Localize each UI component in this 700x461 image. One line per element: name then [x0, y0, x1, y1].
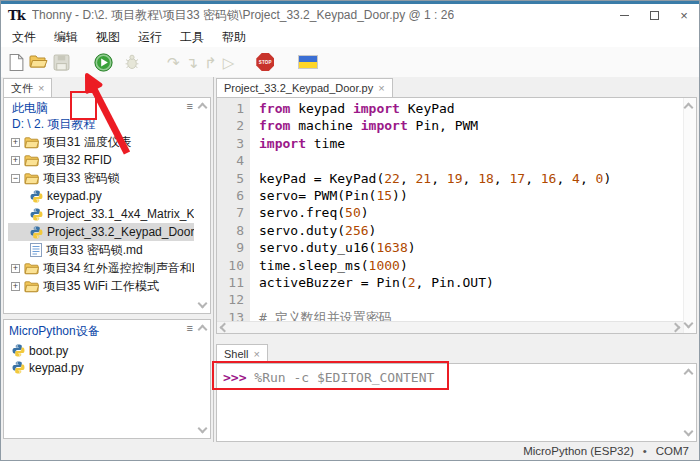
- menu-item-tools[interactable]: 工具: [171, 27, 213, 48]
- line-number: 11: [217, 274, 244, 291]
- tree-item[interactable]: keypad.py: [8, 187, 194, 205]
- tree-item-label: 项目31 温度仪表: [43, 134, 132, 151]
- tree-item[interactable]: 项目33 密码锁.md: [8, 241, 194, 259]
- line-number: 6: [217, 187, 244, 204]
- tree-item[interactable]: +项目35 WiFi 工作模式: [8, 277, 194, 295]
- tree-item[interactable]: +项目34 红外遥控控制声音和LED: [8, 259, 194, 277]
- tab-shell[interactable]: Shell ×: [216, 344, 268, 363]
- folder-icon: [24, 262, 39, 275]
- line-number: 12: [217, 291, 244, 308]
- tab-files-label: 文件: [11, 81, 33, 96]
- files-menu-icon[interactable]: ≡: [187, 101, 193, 112]
- menu-item-view[interactable]: 视图: [87, 27, 129, 48]
- tree-item-label: 项目33 密码锁.md: [46, 242, 143, 259]
- files-panel: 此电脑D: \ 2. 项目教程+项目31 温度仪表+项目32 RFID−项目33…: [3, 97, 211, 314]
- step-over-button-disabled: ↷: [167, 55, 180, 70]
- code-editor[interactable]: 12345678910111213 from keypad import Key…: [216, 97, 697, 334]
- tab-files-close-icon[interactable]: ×: [38, 83, 44, 94]
- files-tabstrip: 文件 ×: [1, 77, 213, 97]
- editor-tabstrip: Project_33.2_Keypad_Door.py ×: [214, 77, 699, 97]
- shell-scroll-down-icon[interactable]: [684, 427, 694, 437]
- code-line: [259, 152, 683, 169]
- ukraine-flag-icon: [298, 55, 318, 69]
- device-file-item[interactable]: boot.py: [4, 342, 210, 359]
- tree-item-label: 项目34 红外遥控控制声音和LED: [43, 260, 194, 277]
- tab-shell-close-icon[interactable]: ×: [253, 349, 259, 360]
- minimize-button[interactable]: [609, 4, 639, 27]
- markdown-icon: [30, 243, 42, 257]
- python-icon: [30, 208, 43, 221]
- editor-scroll-down-icon[interactable]: [684, 319, 694, 329]
- open-folder-icon: [29, 54, 48, 70]
- status-bar: MicroPython (ESP32) • COM7: [1, 442, 699, 460]
- editor-shell-gap: [214, 334, 699, 344]
- new-file-button[interactable]: [9, 54, 24, 71]
- main-area: 文件 × 此电脑D: \ 2. 项目教程+项目31 温度仪表+项目32 RFID…: [1, 77, 699, 442]
- tab-files[interactable]: 文件 ×: [3, 78, 52, 97]
- tree-expander-icon[interactable]: +: [11, 264, 20, 273]
- run-script-button[interactable]: [94, 53, 113, 72]
- tree-expander-icon[interactable]: +: [11, 282, 20, 291]
- tree-item[interactable]: −项目33 密码锁: [8, 169, 194, 187]
- stop-restart-button[interactable]: STOP: [256, 53, 274, 71]
- shell-command: %Run -c $EDITOR_CONTENT: [254, 370, 434, 385]
- new-file-icon: [9, 54, 24, 71]
- device-file-item[interactable]: keypad.py: [4, 359, 210, 376]
- editor-vertical-scrollbar[interactable]: [683, 98, 696, 333]
- file-tree: 此电脑D: \ 2. 项目教程+项目31 温度仪表+项目32 RFID−项目33…: [4, 98, 210, 295]
- status-port[interactable]: COM7: [656, 445, 689, 457]
- minimize-icon: [620, 15, 629, 16]
- status-separator: •: [643, 445, 647, 457]
- code-line: keyPad = KeyPad(22, 21, 19, 18, 17, 16, …: [259, 170, 683, 187]
- tree-item-label: Project_33.1_4x4_Matrix_Ke: [47, 207, 194, 221]
- code-area[interactable]: from keypad import KeyPadfrom machine im…: [250, 98, 683, 333]
- files-scroll-down-icon[interactable]: [198, 299, 208, 309]
- maximize-icon: [650, 11, 659, 20]
- code-line: from machine import Pin, PWM: [259, 117, 683, 134]
- code-line: servo.freq(50): [259, 204, 683, 221]
- line-number: 9: [217, 239, 244, 256]
- editor-scroll-left-icon[interactable]: [220, 323, 230, 333]
- menu-item-file[interactable]: 文件: [3, 27, 45, 48]
- tree-expander-icon[interactable]: +: [11, 156, 20, 165]
- shell-panel[interactable]: >>> %Run -c $EDITOR_CONTENT: [216, 363, 697, 442]
- tree-item-label: 项目35 WiFi 工作模式: [43, 278, 159, 295]
- menu-item-edit[interactable]: 编辑: [45, 27, 87, 48]
- maximize-button[interactable]: [639, 4, 669, 27]
- step-out-button-disabled: ↱: [204, 55, 217, 70]
- files-root-1[interactable]: D: \ 2. 项目教程: [8, 117, 194, 133]
- tab-shell-label: Shell: [224, 348, 248, 360]
- status-interpreter[interactable]: MicroPython (ESP32): [523, 445, 634, 457]
- micropython-device-panel: MicroPython设备 boot.pykeypad.py ≡: [3, 319, 211, 439]
- code-line: import time: [259, 135, 683, 152]
- tree-item-label: 项目33 密码锁: [43, 170, 120, 187]
- shell-tabstrip: Shell ×: [214, 344, 699, 363]
- editor-scroll-right-icon[interactable]: [671, 323, 681, 333]
- python-icon: [12, 361, 25, 374]
- menu-item-run[interactable]: 运行: [129, 27, 171, 48]
- tab-editor-file[interactable]: Project_33.2_Keypad_Door.py ×: [216, 78, 393, 97]
- language-flag-button[interactable]: [298, 55, 318, 69]
- shell-scroll-up-icon[interactable]: [684, 369, 694, 379]
- tree-expander-icon[interactable]: −: [11, 174, 20, 183]
- editor-scroll-up-icon[interactable]: [684, 103, 694, 113]
- device-scroll-down-icon[interactable]: [198, 424, 208, 434]
- thonny-logo-icon: Tk: [8, 8, 25, 23]
- device-menu-icon[interactable]: ≡: [187, 323, 193, 334]
- menu-item-help[interactable]: 帮助: [213, 27, 255, 48]
- tree-expander-icon[interactable]: +: [11, 138, 20, 147]
- open-file-button[interactable]: [29, 54, 48, 70]
- window-title: Thonny - D:\2. 项目教程\项目33 密码锁\Project_33.…: [32, 7, 454, 24]
- tree-item[interactable]: +项目32 RFID: [8, 151, 194, 169]
- code-line: servo.duty_u16(1638): [259, 239, 683, 256]
- editor-horizontal-scrollbar[interactable]: [217, 321, 683, 333]
- python-icon: [12, 344, 25, 357]
- tree-item[interactable]: Project_33.2_Keypad_Door.: [8, 223, 194, 241]
- files-root-0[interactable]: 此电脑: [8, 101, 194, 117]
- tree-item[interactable]: Project_33.1_4x4_Matrix_Ke: [8, 205, 194, 223]
- code-line: [259, 291, 683, 308]
- close-button[interactable]: ×: [669, 4, 699, 27]
- tree-item[interactable]: +项目31 温度仪表: [8, 133, 194, 151]
- tab-editor-label: Project_33.2_Keypad_Door.py: [224, 82, 373, 94]
- tab-editor-close-icon[interactable]: ×: [378, 83, 384, 94]
